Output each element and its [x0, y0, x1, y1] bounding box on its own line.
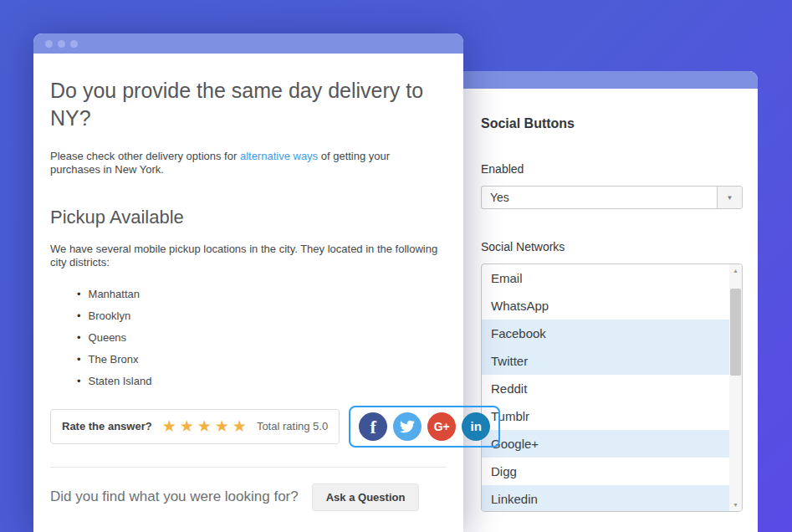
twitter-icon: [400, 419, 415, 434]
social-networks-label: Social Networks: [481, 240, 743, 253]
scroll-up-icon[interactable]: ▲: [729, 264, 742, 277]
district-label: The Bronx: [89, 353, 139, 366]
pickup-body: We have several mobile pickup locations …: [50, 243, 447, 270]
bullet-icon: •: [77, 375, 81, 387]
faq-title: Do you provide the same day delivery to …: [50, 77, 427, 133]
social-networks-listbox: Email WhatsApp Facebook Twitter Reddit T…: [481, 263, 743, 512]
faq-card-titlebar: [33, 33, 463, 54]
list-item: • Queens: [50, 327, 447, 349]
window-dot-icon: [45, 40, 53, 48]
divider: [50, 467, 447, 468]
facebook-icon: f: [370, 417, 376, 438]
list-item: • Manhattan: [50, 284, 447, 305]
faq-card-content: Do you provide the same day delivery to …: [33, 77, 463, 511]
settings-panel-titlebar: [435, 71, 758, 89]
scroll-down-icon[interactable]: ▼: [729, 499, 742, 511]
total-rating-label: Total rating 5.0: [257, 420, 328, 432]
bullet-icon: •: [77, 331, 81, 344]
settings-panel: Social Buttons Enabled Yes ▼ Social Netw…: [435, 71, 758, 532]
list-item[interactable]: Digg: [482, 458, 729, 485]
star-icon[interactable]: ★: [197, 418, 212, 434]
list-item[interactable]: Google+: [482, 430, 729, 458]
ask-a-question-button[interactable]: Ask a Question: [312, 483, 420, 511]
district-list: • Manhattan • Brooklyn • Queens • The Br…: [50, 284, 447, 392]
enabled-select[interactable]: Yes ▼: [481, 186, 743, 209]
district-label: Queens: [89, 331, 127, 344]
footer-question: Did you find what you were looking for?: [50, 489, 299, 505]
settings-panel-body: Social Buttons Enabled Yes ▼ Social Netw…: [435, 116, 758, 512]
star-icon[interactable]: ★: [215, 418, 229, 434]
star-icon[interactable]: ★: [180, 418, 194, 434]
list-item[interactable]: Tumblr: [482, 402, 729, 430]
faq-card: Do you provide the same day delivery to …: [33, 33, 463, 532]
window-dot-icon: [70, 40, 78, 48]
linkedin-icon: in: [471, 419, 482, 433]
district-label: Brooklyn: [89, 309, 131, 322]
enabled-label: Enabled: [481, 162, 743, 176]
district-label: Manhattan: [89, 288, 140, 300]
star-icon[interactable]: ★: [232, 418, 247, 434]
google-plus-icon: G+: [434, 420, 450, 433]
enabled-select-button[interactable]: ▼: [717, 187, 742, 208]
linkedin-share-button[interactable]: in: [462, 412, 490, 441]
intro-text-before: Please check other delivery options for: [50, 150, 240, 162]
list-item[interactable]: Linkedin: [482, 485, 729, 512]
rate-label: Rate the answer?: [62, 420, 152, 432]
chevron-down-icon: ▼: [727, 194, 733, 202]
list-item: • Brooklyn: [50, 305, 447, 327]
listbox-scrollbar[interactable]: ▲ ▼: [729, 264, 742, 511]
scrollbar-thumb[interactable]: [730, 289, 741, 376]
star-icon[interactable]: ★: [162, 418, 176, 434]
list-item[interactable]: Reddit: [482, 375, 729, 402]
settings-panel-title: Social Buttons: [481, 116, 743, 131]
facebook-share-button[interactable]: f: [359, 412, 387, 441]
footer-row: Did you find what you were looking for? …: [50, 483, 447, 511]
enabled-select-value: Yes: [482, 187, 717, 208]
bullet-icon: •: [77, 353, 81, 366]
pickup-heading: Pickup Available: [50, 207, 447, 228]
share-buttons-box: f G+ in: [349, 406, 500, 448]
list-item: • The Bronx: [50, 349, 447, 371]
rating-row: Rate the answer? ★ ★ ★ ★ ★ Total rating …: [50, 406, 447, 448]
list-item[interactable]: Facebook: [482, 320, 729, 347]
list-item[interactable]: Twitter: [482, 347, 729, 375]
list-item[interactable]: Email: [482, 264, 729, 292]
list-item: • Staten Island: [50, 371, 447, 392]
twitter-share-button[interactable]: [393, 412, 422, 441]
window-dot-icon: [58, 40, 65, 48]
bullet-icon: •: [77, 288, 81, 300]
district-label: Staten Island: [89, 375, 152, 387]
alternative-ways-link[interactable]: alternative ways: [240, 150, 318, 162]
google-plus-share-button[interactable]: G+: [427, 412, 456, 441]
list-item[interactable]: WhatsApp: [482, 292, 729, 320]
star-rating: ★ ★ ★ ★ ★: [162, 418, 247, 434]
rate-answer-box: Rate the answer? ★ ★ ★ ★ ★ Total rating …: [50, 409, 340, 444]
bullet-icon: •: [77, 309, 81, 322]
faq-intro: Please check other delivery options for …: [50, 150, 437, 177]
